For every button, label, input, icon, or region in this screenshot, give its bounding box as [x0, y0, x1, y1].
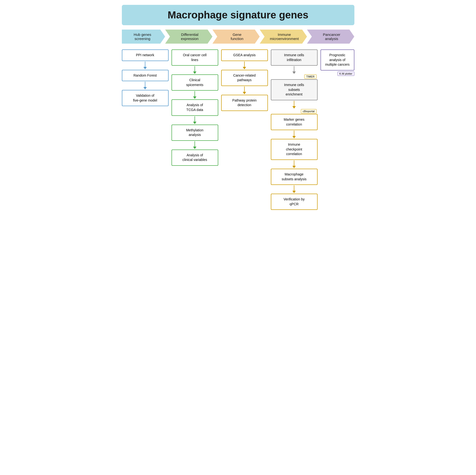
- box-clinical-variables: Analysis ofclinical variables: [171, 150, 218, 166]
- box-immune-subsets: Immune cellssubsetsenrichment: [271, 79, 318, 100]
- box-oral-cancer: Oral cancer celllines: [171, 50, 218, 66]
- box-marker-genes: Marker genescorrelation: [271, 114, 318, 130]
- box-validation: Validation offive-gene model: [122, 90, 169, 106]
- col-immune: Immune cellsinfiltration TIMER Immune ce…: [271, 50, 318, 210]
- box-random-forest: Random Forest: [122, 70, 169, 81]
- banner-differential: Differentialexpression: [165, 30, 212, 44]
- arrow-green-3: [193, 116, 196, 124]
- arrow-immune-3: [292, 131, 296, 138]
- arrow-immune-5: [292, 185, 296, 193]
- arrow-immune-4: [292, 160, 296, 168]
- box-clinical-spicements: Clinicalspicements: [171, 74, 218, 91]
- arrow-2-3: [143, 82, 147, 89]
- box-immune-cells-infiltration: Immune cellsinfiltration: [271, 50, 318, 66]
- box-methylation: Methylationanalysis: [171, 124, 218, 141]
- badge-cbioportal: cBioportal: [301, 109, 317, 113]
- banner-pancancer: Pancanceranalysis: [307, 30, 354, 44]
- box-pathway-protein: Pathway proteindetection: [221, 95, 268, 111]
- box-tcga: Analysis ofTCGA data: [171, 99, 218, 116]
- title-box: Macrophage signature genes: [122, 5, 354, 25]
- arrow-green-2: [193, 91, 196, 99]
- badge-km-plotter: K-M plotter: [338, 71, 354, 76]
- page-title: Macrophage signature genes: [124, 9, 352, 21]
- box-ppi-network: PPI network: [122, 50, 169, 61]
- arrow-immune-2: [292, 101, 296, 108]
- box-qpcr: Verification byqPCR: [271, 194, 318, 210]
- box-immune-checkpoint: Immunecheckpointcorrelation: [271, 139, 318, 160]
- badge-timer: TIMER: [304, 74, 316, 79]
- col-pancancer: Prognosticanalysis ofmultiple cancers K-…: [321, 50, 354, 76]
- arrow-immune-1: [292, 66, 296, 74]
- banner-row: Hub genesscreening Differentialexpressio…: [122, 30, 354, 44]
- col-differential: Oral cancer celllines Clinicalspicements…: [171, 50, 218, 166]
- flow-area: PPI network Random Forest Validation off…: [122, 50, 354, 210]
- box-cancer-pathways: Cancer-relatedpathways: [221, 70, 268, 86]
- banner-gene-function: Genefunction: [212, 30, 260, 44]
- box-macrophage-subsets: Macrophagesubsets analysis: [271, 169, 318, 185]
- box-prognostic: Prognosticanalysis ofmultiple cancers: [321, 50, 354, 70]
- banner-hub-genes: Hub genesscreening: [122, 30, 165, 44]
- arrow-1-2: [143, 62, 147, 69]
- arrow-green-1: [193, 66, 196, 74]
- arrow-green-4: [193, 141, 196, 149]
- col-hub-genes: PPI network Random Forest Validation off…: [122, 50, 169, 106]
- arrow-gold-2: [243, 87, 246, 94]
- arrow-gold-1: [243, 62, 246, 69]
- box-gsea: GSEA analysis: [221, 50, 268, 61]
- col-gene-function: GSEA analysis Cancer-relatedpathways Pat…: [221, 50, 268, 111]
- banner-immune: Immunemicroenvironment: [260, 30, 307, 44]
